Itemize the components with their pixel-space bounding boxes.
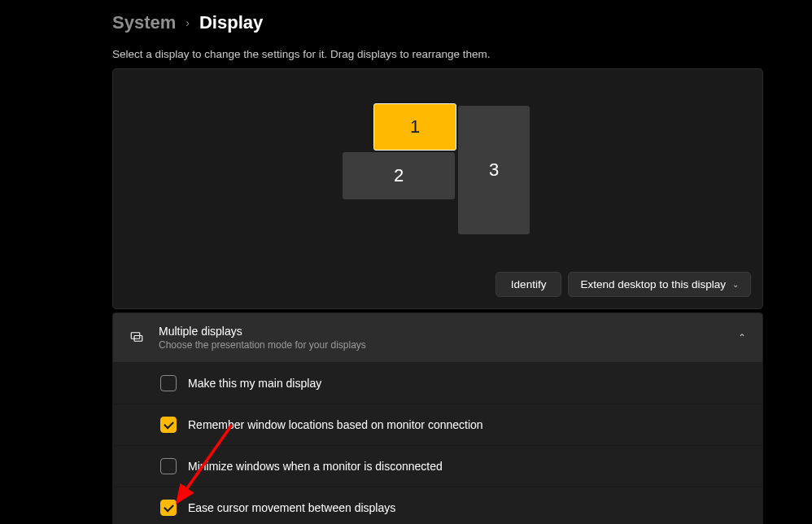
- expander-title: Multiple displays: [159, 325, 723, 338]
- option-label: Minimize windows when a monitor is disco…: [188, 460, 443, 473]
- display-canvas[interactable]: 1 2 3: [113, 69, 762, 264]
- page-subtitle: Select a display to change the settings …: [112, 48, 763, 60]
- display-arrangement-panel: 1 2 3 Identify Extend desktop to this di…: [112, 68, 763, 309]
- option-ease-cursor[interactable]: Ease cursor movement between displays: [112, 487, 763, 524]
- checkbox-remember-windows[interactable]: [160, 417, 177, 433]
- option-label: Ease cursor movement between displays: [188, 501, 395, 514]
- option-minimize-disconnect[interactable]: Minimize windows when a monitor is disco…: [112, 446, 763, 487]
- displays-icon: [129, 330, 144, 347]
- option-label: Remember window locations based on monit…: [188, 418, 483, 431]
- extend-desktop-dropdown[interactable]: Extend desktop to this display ⌄: [568, 272, 751, 297]
- display-box-2[interactable]: 2: [343, 152, 455, 199]
- checkbox-main-display[interactable]: [160, 375, 177, 391]
- display-number: 3: [489, 159, 499, 181]
- option-main-display[interactable]: Make this my main display: [112, 363, 763, 404]
- display-box-3[interactable]: 3: [458, 106, 530, 234]
- page-title: Display: [199, 12, 263, 33]
- breadcrumb: System › Display: [112, 12, 763, 33]
- multiple-displays-expander[interactable]: Multiple displays Choose the presentatio…: [112, 312, 763, 363]
- checkbox-minimize-disconnect[interactable]: [160, 458, 177, 474]
- checkbox-ease-cursor[interactable]: [160, 500, 177, 516]
- expander-description: Choose the presentation mode for your di…: [159, 339, 723, 351]
- breadcrumb-parent-link[interactable]: System: [112, 12, 176, 33]
- display-number: 1: [410, 116, 420, 138]
- option-remember-windows[interactable]: Remember window locations based on monit…: [112, 404, 763, 446]
- chevron-down-icon: ⌄: [732, 280, 739, 289]
- identify-button[interactable]: Identify: [495, 272, 562, 297]
- display-box-1[interactable]: 1: [373, 103, 456, 151]
- chevron-up-icon: ⌃: [738, 332, 746, 343]
- display-number: 2: [394, 165, 404, 186]
- chevron-right-icon: ›: [186, 16, 190, 29]
- option-label: Make this my main display: [188, 377, 321, 390]
